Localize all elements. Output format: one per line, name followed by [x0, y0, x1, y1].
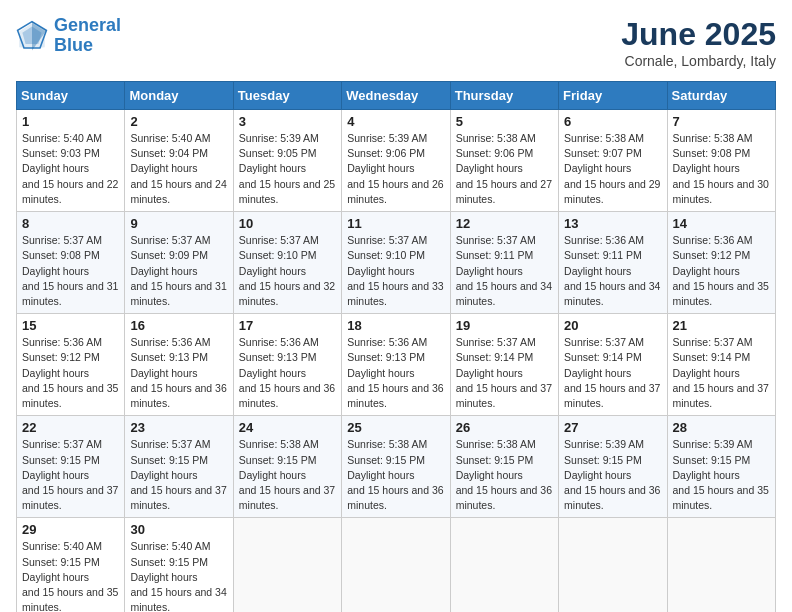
cell-info: Sunrise: 5:40 AM Sunset: 9:15 PM Dayligh…	[22, 539, 119, 612]
day-number: 25	[347, 420, 444, 435]
day-number: 18	[347, 318, 444, 333]
table-row: 25 Sunrise: 5:38 AM Sunset: 9:15 PM Dayl…	[342, 416, 450, 518]
cell-info: Sunrise: 5:38 AM Sunset: 9:15 PM Dayligh…	[239, 437, 336, 513]
cell-info: Sunrise: 5:36 AM Sunset: 9:11 PM Dayligh…	[564, 233, 661, 309]
day-number: 12	[456, 216, 553, 231]
cell-info: Sunrise: 5:40 AM Sunset: 9:15 PM Dayligh…	[130, 539, 227, 612]
day-number: 2	[130, 114, 227, 129]
table-row: 30 Sunrise: 5:40 AM Sunset: 9:15 PM Dayl…	[125, 518, 233, 612]
table-row: 3 Sunrise: 5:39 AM Sunset: 9:05 PM Dayli…	[233, 110, 341, 212]
table-row: 8 Sunrise: 5:37 AM Sunset: 9:08 PM Dayli…	[17, 212, 125, 314]
day-number: 20	[564, 318, 661, 333]
col-header-wednesday: Wednesday	[342, 82, 450, 110]
cell-info: Sunrise: 5:40 AM Sunset: 9:04 PM Dayligh…	[130, 131, 227, 207]
cell-info: Sunrise: 5:37 AM Sunset: 9:14 PM Dayligh…	[564, 335, 661, 411]
col-header-friday: Friday	[559, 82, 667, 110]
col-header-monday: Monday	[125, 82, 233, 110]
cell-info: Sunrise: 5:39 AM Sunset: 9:05 PM Dayligh…	[239, 131, 336, 207]
cell-info: Sunrise: 5:36 AM Sunset: 9:12 PM Dayligh…	[22, 335, 119, 411]
day-number: 26	[456, 420, 553, 435]
logo-blue: Blue	[54, 35, 93, 55]
table-row: 26 Sunrise: 5:38 AM Sunset: 9:15 PM Dayl…	[450, 416, 558, 518]
day-number: 23	[130, 420, 227, 435]
table-row: 20 Sunrise: 5:37 AM Sunset: 9:14 PM Dayl…	[559, 314, 667, 416]
table-row: 9 Sunrise: 5:37 AM Sunset: 9:09 PM Dayli…	[125, 212, 233, 314]
day-number: 7	[673, 114, 770, 129]
day-number: 8	[22, 216, 119, 231]
cell-info: Sunrise: 5:36 AM Sunset: 9:13 PM Dayligh…	[239, 335, 336, 411]
logo-icon	[16, 20, 48, 52]
cell-info: Sunrise: 5:37 AM Sunset: 9:10 PM Dayligh…	[239, 233, 336, 309]
cell-info: Sunrise: 5:37 AM Sunset: 9:15 PM Dayligh…	[130, 437, 227, 513]
table-row	[667, 518, 775, 612]
table-row: 11 Sunrise: 5:37 AM Sunset: 9:10 PM Dayl…	[342, 212, 450, 314]
day-number: 29	[22, 522, 119, 537]
table-row: 29 Sunrise: 5:40 AM Sunset: 9:15 PM Dayl…	[17, 518, 125, 612]
table-row: 18 Sunrise: 5:36 AM Sunset: 9:13 PM Dayl…	[342, 314, 450, 416]
table-row	[233, 518, 341, 612]
month-title: June 2025	[621, 16, 776, 53]
cell-info: Sunrise: 5:39 AM Sunset: 9:15 PM Dayligh…	[673, 437, 770, 513]
cell-info: Sunrise: 5:39 AM Sunset: 9:06 PM Dayligh…	[347, 131, 444, 207]
table-row	[559, 518, 667, 612]
cell-info: Sunrise: 5:39 AM Sunset: 9:15 PM Dayligh…	[564, 437, 661, 513]
table-row: 24 Sunrise: 5:38 AM Sunset: 9:15 PM Dayl…	[233, 416, 341, 518]
day-number: 3	[239, 114, 336, 129]
day-number: 16	[130, 318, 227, 333]
table-row: 17 Sunrise: 5:36 AM Sunset: 9:13 PM Dayl…	[233, 314, 341, 416]
day-number: 14	[673, 216, 770, 231]
table-row: 13 Sunrise: 5:36 AM Sunset: 9:11 PM Dayl…	[559, 212, 667, 314]
col-header-saturday: Saturday	[667, 82, 775, 110]
cell-info: Sunrise: 5:37 AM Sunset: 9:09 PM Dayligh…	[130, 233, 227, 309]
cell-info: Sunrise: 5:38 AM Sunset: 9:15 PM Dayligh…	[456, 437, 553, 513]
table-row: 2 Sunrise: 5:40 AM Sunset: 9:04 PM Dayli…	[125, 110, 233, 212]
page-header: General Blue June 2025 Cornale, Lombardy…	[16, 16, 776, 69]
day-number: 6	[564, 114, 661, 129]
logo-general: General	[54, 15, 121, 35]
day-number: 5	[456, 114, 553, 129]
table-row: 23 Sunrise: 5:37 AM Sunset: 9:15 PM Dayl…	[125, 416, 233, 518]
day-number: 30	[130, 522, 227, 537]
col-header-sunday: Sunday	[17, 82, 125, 110]
table-row: 12 Sunrise: 5:37 AM Sunset: 9:11 PM Dayl…	[450, 212, 558, 314]
day-number: 9	[130, 216, 227, 231]
day-number: 27	[564, 420, 661, 435]
table-row: 5 Sunrise: 5:38 AM Sunset: 9:06 PM Dayli…	[450, 110, 558, 212]
table-row: 27 Sunrise: 5:39 AM Sunset: 9:15 PM Dayl…	[559, 416, 667, 518]
cell-info: Sunrise: 5:37 AM Sunset: 9:14 PM Dayligh…	[456, 335, 553, 411]
cell-info: Sunrise: 5:37 AM Sunset: 9:11 PM Dayligh…	[456, 233, 553, 309]
table-row: 1 Sunrise: 5:40 AM Sunset: 9:03 PM Dayli…	[17, 110, 125, 212]
cell-info: Sunrise: 5:36 AM Sunset: 9:13 PM Dayligh…	[130, 335, 227, 411]
table-row	[450, 518, 558, 612]
col-header-tuesday: Tuesday	[233, 82, 341, 110]
table-row: 6 Sunrise: 5:38 AM Sunset: 9:07 PM Dayli…	[559, 110, 667, 212]
cell-info: Sunrise: 5:36 AM Sunset: 9:12 PM Dayligh…	[673, 233, 770, 309]
table-row: 28 Sunrise: 5:39 AM Sunset: 9:15 PM Dayl…	[667, 416, 775, 518]
day-number: 19	[456, 318, 553, 333]
col-header-thursday: Thursday	[450, 82, 558, 110]
table-row: 19 Sunrise: 5:37 AM Sunset: 9:14 PM Dayl…	[450, 314, 558, 416]
day-number: 10	[239, 216, 336, 231]
day-number: 22	[22, 420, 119, 435]
day-number: 13	[564, 216, 661, 231]
logo: General Blue	[16, 16, 121, 56]
cell-info: Sunrise: 5:37 AM Sunset: 9:10 PM Dayligh…	[347, 233, 444, 309]
table-row: 21 Sunrise: 5:37 AM Sunset: 9:14 PM Dayl…	[667, 314, 775, 416]
day-number: 1	[22, 114, 119, 129]
cell-info: Sunrise: 5:36 AM Sunset: 9:13 PM Dayligh…	[347, 335, 444, 411]
table-row	[342, 518, 450, 612]
day-number: 21	[673, 318, 770, 333]
cell-info: Sunrise: 5:37 AM Sunset: 9:15 PM Dayligh…	[22, 437, 119, 513]
cell-info: Sunrise: 5:38 AM Sunset: 9:06 PM Dayligh…	[456, 131, 553, 207]
day-number: 24	[239, 420, 336, 435]
day-number: 15	[22, 318, 119, 333]
cell-info: Sunrise: 5:37 AM Sunset: 9:14 PM Dayligh…	[673, 335, 770, 411]
table-row: 4 Sunrise: 5:39 AM Sunset: 9:06 PM Dayli…	[342, 110, 450, 212]
title-block: June 2025 Cornale, Lombardy, Italy	[621, 16, 776, 69]
cell-info: Sunrise: 5:40 AM Sunset: 9:03 PM Dayligh…	[22, 131, 119, 207]
table-row: 10 Sunrise: 5:37 AM Sunset: 9:10 PM Dayl…	[233, 212, 341, 314]
day-number: 17	[239, 318, 336, 333]
location-label: Cornale, Lombardy, Italy	[621, 53, 776, 69]
table-row: 14 Sunrise: 5:36 AM Sunset: 9:12 PM Dayl…	[667, 212, 775, 314]
table-row: 15 Sunrise: 5:36 AM Sunset: 9:12 PM Dayl…	[17, 314, 125, 416]
